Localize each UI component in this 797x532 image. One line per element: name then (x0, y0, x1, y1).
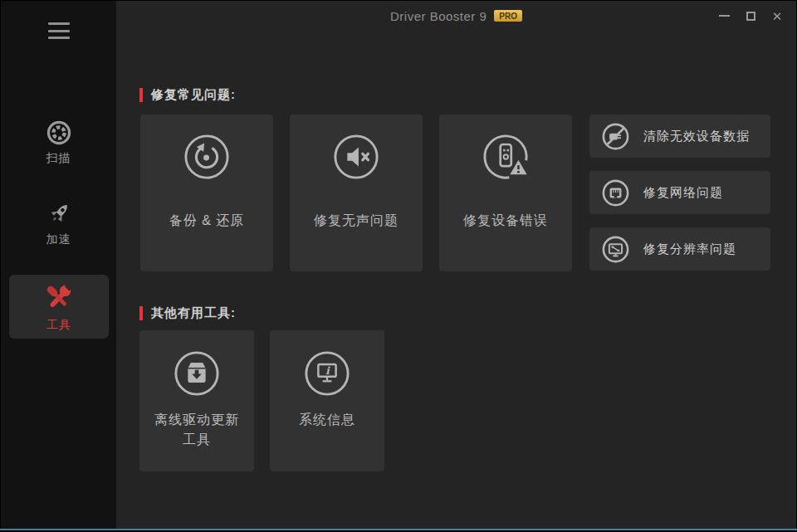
app-window: 扫描 加速 (0, 0, 797, 532)
window-controls: ✕ (715, 1, 786, 31)
card-fix-device-error[interactable]: 修复设备错误 (439, 115, 572, 271)
fix-network-icon (600, 178, 631, 208)
card-label: 离线驱动更新工具 (139, 410, 254, 450)
clean-invalid-device-data-icon (600, 121, 631, 152)
pro-badge: PRO (494, 10, 522, 22)
card-offline-driver-updater[interactable]: 离线驱动更新工具 (139, 330, 254, 471)
side-button-label: 修复网络问题 (643, 185, 723, 201)
window-bottom-edge (0, 529, 797, 530)
hamburger-menu-icon[interactable] (39, 20, 79, 41)
rocket-boost-icon (45, 200, 73, 228)
button-clean-invalid-device-data[interactable]: 清除无效设备数据 (589, 115, 770, 158)
card-label: 修复设备错误 (439, 211, 572, 231)
section-header-other-tools: 其他有用工具: (139, 305, 236, 321)
common-fixes-side-buttons: 清除无效设备数据 修复网络问题 (589, 115, 770, 271)
section-title: 其他有用工具: (151, 305, 236, 321)
common-fixes-cards: 备份 & 还原 修复无声问题 (140, 115, 572, 271)
button-fix-network[interactable]: 修复网络问题 (589, 171, 770, 214)
close-button[interactable]: ✕ (768, 7, 786, 25)
section-header-common-fixes: 修复常见问题: (139, 87, 236, 103)
backup-restore-icon (183, 133, 231, 181)
svg-text:i: i (325, 364, 330, 377)
minimize-button[interactable] (715, 7, 733, 25)
titlebar: Driver Booster 9 PRO (116, 1, 796, 31)
card-label: 备份 & 还原 (140, 211, 273, 231)
system-info-icon: i (303, 349, 351, 398)
button-fix-resolution[interactable]: 修复分辨率问题 (589, 227, 770, 271)
accent-bar (139, 306, 143, 320)
sidebar-item-boost[interactable]: 加速 (1, 200, 116, 247)
card-backup-restore[interactable]: 备份 & 还原 (140, 115, 273, 271)
sidebar-item-tools[interactable]: 工具 (9, 275, 109, 339)
other-tools-cards: 离线驱动更新工具 i 系统信息 (139, 330, 384, 471)
sidebar: 扫描 加速 (1, 1, 116, 529)
maximize-button[interactable] (741, 7, 760, 25)
maximize-icon (746, 12, 755, 21)
sidebar-item-label: 工具 (46, 318, 71, 333)
tools-wrench-icon (43, 282, 75, 314)
accent-bar (139, 88, 143, 102)
main-content: Driver Booster 9 PRO ✕ 修复常见问题: (116, 1, 796, 529)
card-system-info[interactable]: i 系统信息 (270, 330, 384, 471)
sidebar-item-label: 加速 (46, 232, 71, 247)
section-title: 修复常见问题: (151, 87, 236, 103)
fix-resolution-icon (600, 234, 631, 265)
side-button-label: 修复分辨率问题 (643, 242, 736, 257)
sidebar-item-label: 扫描 (46, 151, 71, 166)
minimize-icon (719, 15, 730, 17)
close-icon: ✕ (772, 10, 783, 22)
card-label: 系统信息 (270, 410, 384, 430)
fix-no-sound-icon (332, 133, 380, 181)
sidebar-item-scan[interactable]: 扫描 (1, 119, 116, 166)
app-title: Driver Booster 9 (390, 9, 487, 23)
card-fix-no-sound[interactable]: 修复无声问题 (290, 115, 423, 271)
side-button-label: 清除无效设备数据 (643, 129, 750, 144)
card-label: 修复无声问题 (290, 211, 423, 231)
scan-icon (45, 119, 73, 147)
offline-driver-updater-icon (173, 349, 221, 398)
fix-device-error-icon (482, 133, 530, 181)
